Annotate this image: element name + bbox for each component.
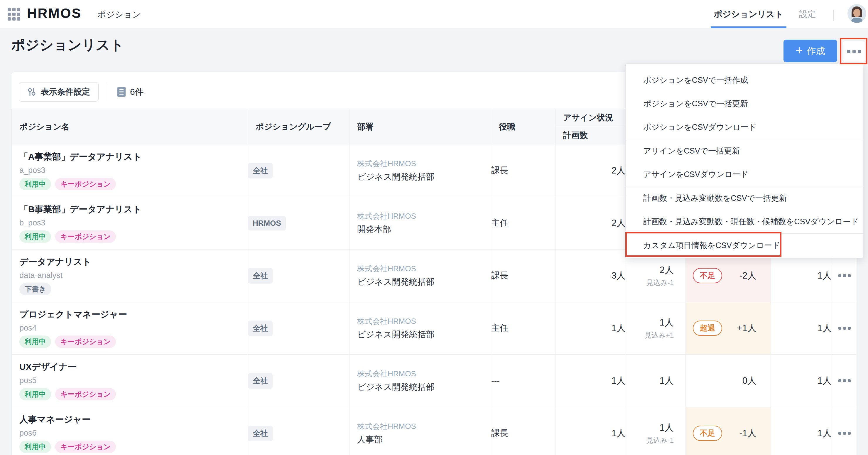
department-name: ビジネス開発統括部 <box>357 171 491 183</box>
col-header-role: 役職 <box>491 109 556 145</box>
role-cell: 主任 <box>491 302 556 355</box>
table-row: UXデザイナー pos5 利用中 キーポジション 全社 株式会社HRMOS ビジ… <box>12 355 858 407</box>
menu-item-csv-download-custom-fields[interactable]: カスタム項目情報をCSVダウンロード <box>626 234 863 257</box>
row-menu-button[interactable] <box>835 324 854 333</box>
hrmos-logo: HRMOS <box>27 5 82 21</box>
candidates-cell: 1人 <box>771 355 832 407</box>
planned-cell: 1人 <box>556 407 626 455</box>
excess-badge: 超過 <box>693 321 722 336</box>
display-settings-label: 表示条件設定 <box>41 86 90 97</box>
planned-cell: 2人 <box>556 145 626 197</box>
company-link[interactable]: 株式会社HRMOS <box>357 421 491 431</box>
group-badge: 全社 <box>248 321 273 336</box>
department-name: ビジネス開発統括部 <box>357 381 491 393</box>
product-name: ポジション <box>97 9 141 21</box>
draft-badge: 下書き <box>19 283 51 296</box>
menu-item-csv-download-plans[interactable]: 計画数・見込み変動数・現任数・候補数をCSVダウンロード <box>626 210 863 233</box>
company-link[interactable]: 株式会社HRMOS <box>357 264 491 274</box>
position-name: 人事マネージャー <box>19 414 248 426</box>
company-link[interactable]: 株式会社HRMOS <box>357 211 491 221</box>
planned-cell: 1人 <box>556 302 626 355</box>
page-title: ポジションリスト <box>11 36 124 54</box>
position-name: 「A事業部」データアナリスト <box>19 151 248 163</box>
more-actions-button[interactable] <box>843 40 865 62</box>
group-badge: 全社 <box>248 163 273 179</box>
status-badge: 利用中 <box>19 178 51 190</box>
company-link[interactable]: 株式会社HRMOS <box>357 158 491 169</box>
role-cell: 課長 <box>491 407 556 455</box>
list-count-icon <box>117 87 126 97</box>
planned-cell: 1人 <box>556 355 626 407</box>
status-badge: 利用中 <box>19 336 51 348</box>
company-link[interactable]: 株式会社HRMOS <box>357 316 491 327</box>
col-header-position-name: ポジション名 <box>12 109 248 145</box>
role-cell: 主任 <box>491 197 556 249</box>
position-code: data-analyst <box>19 271 248 280</box>
tab-position-list[interactable]: ポジションリスト <box>712 0 785 28</box>
result-count: 6件 <box>117 82 144 101</box>
ellipsis-icon <box>847 50 850 53</box>
col-header-planned: 計画数 <box>556 126 626 145</box>
create-button[interactable]: + 作成 <box>783 40 837 62</box>
actions-dropdown-menu: ポジションをCSVで一括作成 ポジションをCSVで一括更新 ポジションをCSVダ… <box>625 63 863 258</box>
department-name: 人事部 <box>357 434 491 446</box>
key-position-badge: キーポジション <box>55 388 116 401</box>
role-cell: 課長 <box>491 249 556 302</box>
menu-item-csv-bulk-create-positions[interactable]: ポジションをCSVで一括作成 <box>626 68 863 92</box>
row-menu-button[interactable] <box>835 376 854 385</box>
display-settings-button[interactable]: 表示条件設定 <box>19 82 99 101</box>
menu-item-csv-bulk-update-positions[interactable]: ポジションをCSVで一括更新 <box>626 92 863 115</box>
apps-grid-icon[interactable] <box>8 8 21 21</box>
header-divider <box>833 10 834 21</box>
status-badge: 利用中 <box>19 231 51 243</box>
col-header-position-group: ポジショングループ <box>248 109 349 145</box>
col-header-department: 部署 <box>349 109 491 145</box>
row-menu-button[interactable] <box>835 271 854 280</box>
position-code: pos5 <box>19 376 248 385</box>
key-position-badge: キーポジション <box>55 336 116 348</box>
result-count-label: 6件 <box>130 86 144 98</box>
group-badge: 全社 <box>248 268 273 283</box>
planned-cell: 2人 <box>556 197 626 249</box>
key-position-badge: キーポジション <box>55 178 116 190</box>
tab-settings[interactable]: 設定 <box>799 0 816 28</box>
candidates-cell: 1人 <box>771 302 832 355</box>
forecast-note: 見込み-1 <box>646 436 674 445</box>
app-header: HRMOS ポジション ポジションリスト 設定 <box>0 0 868 28</box>
create-button-label: 作成 <box>807 45 825 57</box>
position-code: pos4 <box>19 324 248 333</box>
table-row: 人事マネージャー pos6 利用中 キーポジション 全社 株式会社HRMOS 人… <box>12 407 858 455</box>
position-name: プロジェクトマネージャー <box>19 308 248 321</box>
table-row: プロジェクトマネージャー pos4 利用中 キーポジション 全社 株式会社HRM… <box>12 302 858 355</box>
forecast-note: 見込み+1 <box>644 331 674 340</box>
user-avatar[interactable] <box>847 4 866 23</box>
status-badge: 利用中 <box>19 388 51 401</box>
filter-sliders-icon <box>27 87 36 97</box>
menu-item-csv-download-assigns[interactable]: アサインをCSVダウンロード <box>626 163 863 186</box>
planned-cell: 3人 <box>556 249 626 302</box>
app: HRMOS ポジション ポジションリスト 設定 ポジションリスト + 作成 <box>0 0 868 455</box>
department-name: ビジネス開発統括部 <box>357 329 491 340</box>
role-cell: 課長 <box>491 145 556 197</box>
department-name: ビジネス開発統括部 <box>357 276 491 288</box>
key-position-badge: キーポジション <box>55 231 116 243</box>
department-name: 開発本部 <box>357 224 491 236</box>
menu-item-csv-bulk-update-plans[interactable]: 計画数・見込み変動数をCSVで一括更新 <box>626 186 863 210</box>
shortage-badge: 不足 <box>693 426 722 441</box>
company-link[interactable]: 株式会社HRMOS <box>357 369 491 379</box>
menu-item-csv-bulk-update-assigns[interactable]: アサインをCSVで一括更新 <box>626 139 863 163</box>
position-code: pos6 <box>19 429 248 438</box>
forecast-note: 見込み-1 <box>646 278 674 287</box>
shortage-badge: 不足 <box>693 268 722 283</box>
position-code: b_pos3 <box>19 218 248 228</box>
group-badge: 全社 <box>248 373 273 389</box>
group-badge: HRMOS <box>248 216 286 231</box>
position-name: 「B事業部」データアナリスト <box>19 204 248 215</box>
row-menu-button[interactable] <box>835 429 854 438</box>
menu-item-csv-download-positions[interactable]: ポジションをCSVダウンロード <box>626 115 863 139</box>
avatar-image <box>847 4 866 23</box>
position-name: データアナリスト <box>19 256 248 268</box>
status-badge: 利用中 <box>19 441 51 453</box>
role-cell: --- <box>491 355 556 407</box>
candidates-cell: 1人 <box>771 407 832 455</box>
